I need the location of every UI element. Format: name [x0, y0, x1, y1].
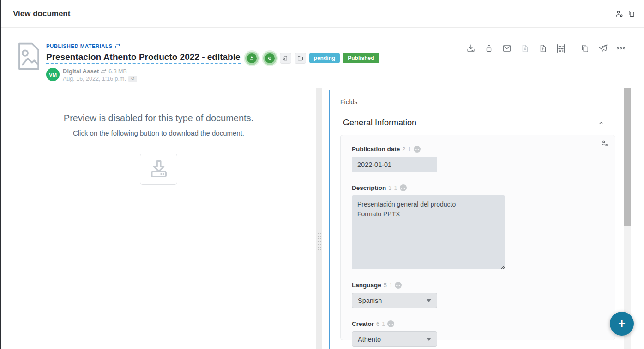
file-size: 6.3 MB — [108, 68, 127, 75]
publication-date-input[interactable] — [352, 157, 437, 172]
field-options-icon[interactable] — [387, 320, 394, 327]
field-options-icon[interactable] — [395, 282, 402, 289]
fields-panel: Fields General Information Publicati — [329, 90, 624, 349]
status-badge-published: Published — [343, 53, 379, 63]
user-state-icon[interactable] — [245, 52, 259, 65]
lock-icon[interactable] — [484, 43, 494, 53]
document-header: PUBLISHED MATERIALS Presentacion Athento… — [46, 42, 379, 82]
description-textarea[interactable]: Presentación general del producto Format… — [352, 195, 505, 269]
field-label-description: Description — [352, 184, 386, 191]
email-icon[interactable] — [502, 43, 512, 53]
section-title: General Information — [343, 118, 416, 128]
status-badge-pending: pending — [309, 53, 340, 63]
add-file-icon[interactable] — [538, 43, 548, 53]
folder-icon[interactable] — [295, 53, 306, 64]
download-icon[interactable] — [466, 43, 476, 53]
preview-disabled-message: Preview is disabled for this type of doc… — [1, 113, 316, 124]
document-title[interactable]: Presentacion Athento Producto 2022 - edi… — [46, 52, 241, 64]
field-num: 1 — [389, 282, 392, 289]
more-icon[interactable] — [616, 43, 626, 53]
chevron-down-icon — [427, 299, 431, 302]
field-num: 1 — [408, 146, 411, 153]
scrollbar-track[interactable] — [624, 88, 631, 349]
chevron-down-icon — [427, 338, 431, 341]
send-icon[interactable] — [598, 43, 608, 53]
breadcrumb[interactable]: PUBLISHED MATERIALS — [46, 43, 112, 49]
field-num: 5 — [384, 282, 387, 289]
copy-icon[interactable] — [580, 43, 590, 53]
preview-pane: Preview is disabled for this type of doc… — [1, 88, 316, 349]
field-label-publication-date: Publication date — [352, 146, 400, 153]
user-settings-icon[interactable] — [615, 9, 624, 18]
field-num: 2 — [402, 146, 405, 153]
swap-icon — [101, 69, 107, 74]
pane-splitter[interactable] — [316, 88, 322, 349]
page-title: View document — [13, 9, 70, 18]
field-num: 6 — [376, 320, 379, 327]
splitter-grip-icon — [317, 232, 321, 252]
top-bar: View document — [1, 0, 644, 28]
avatar[interactable]: VM — [46, 68, 60, 81]
field-num: 1 — [382, 320, 385, 327]
export-document-icon[interactable] — [280, 53, 291, 64]
copy-pages-icon[interactable] — [626, 9, 636, 18]
field-num: 1 — [394, 184, 397, 191]
creator-select-value: Athento — [358, 336, 381, 343]
history-icon[interactable] — [128, 76, 137, 82]
swap-icon — [114, 43, 120, 48]
modified-date: Aug. 16, 2022, 1:16 p.m. — [63, 76, 126, 82]
general-information-card: Publication date 2 1 Description 3 1 Pre… — [340, 135, 615, 340]
field-label-language: Language — [352, 282, 381, 289]
document-type-icon — [16, 41, 42, 71]
preview-download-hint: Click on the following button to downloa… — [1, 129, 316, 137]
field-options-icon[interactable] — [414, 146, 421, 153]
document-type-label: Digital Asset — [63, 68, 99, 75]
download-document-button[interactable] — [140, 154, 177, 185]
language-select[interactable]: Spanish — [352, 293, 437, 308]
field-label-creator: Creator — [352, 320, 374, 327]
add-button[interactable]: + — [610, 312, 634, 336]
panel-accent-edge — [329, 90, 330, 349]
field-options-icon[interactable] — [400, 184, 407, 191]
field-num: 3 — [388, 184, 391, 191]
creator-select[interactable]: Athento — [352, 331, 437, 347]
abacus-icon[interactable] — [556, 43, 566, 53]
globe-state-icon[interactable] — [263, 52, 277, 65]
language-select-value: Spanish — [358, 297, 382, 304]
app-window: View document PUB — [0, 0, 644, 349]
fields-panel-title: Fields — [340, 98, 624, 106]
field-permissions-icon[interactable] — [601, 139, 609, 148]
scrollbar-thumb[interactable] — [624, 88, 631, 226]
pdf-icon[interactable] — [520, 43, 530, 53]
document-toolbar — [466, 43, 626, 53]
collapse-section-icon[interactable] — [597, 119, 605, 127]
